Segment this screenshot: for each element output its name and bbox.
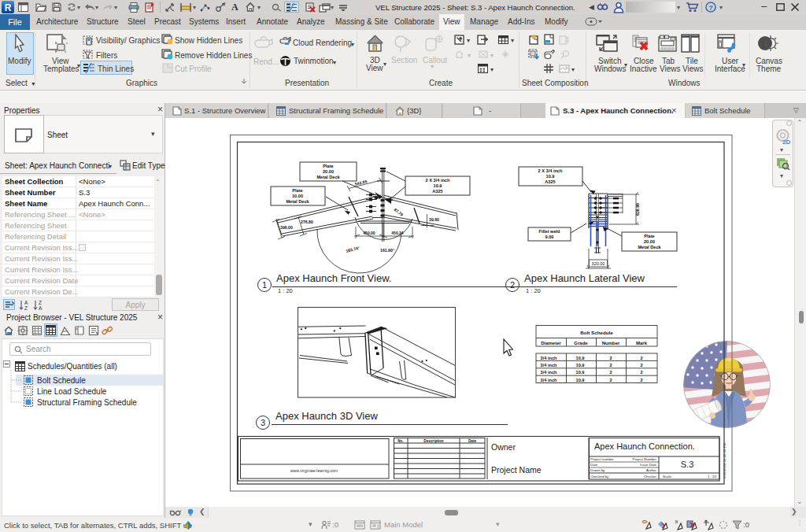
svg-text:2: 2 — [640, 378, 642, 382]
svg-text:1 : 20: 1 : 20 — [526, 287, 541, 294]
svg-text:87.79: 87.79 — [393, 207, 404, 217]
svg-text:3/4 inch: 3/4 inch — [541, 356, 557, 360]
svg-text:Checked by: Checked by — [590, 475, 609, 478]
svg-text:1 : 20: 1 : 20 — [708, 475, 717, 478]
svg-text:Description: Description — [423, 439, 443, 443]
svg-text:20.00: 20.00 — [644, 239, 655, 244]
svg-text:Issue Date: Issue Date — [640, 463, 657, 467]
svg-text:Mark: Mark — [636, 341, 648, 345]
svg-text:A325: A325 — [545, 179, 555, 184]
svg-text:A325: A325 — [432, 189, 442, 194]
svg-text:10.9: 10.9 — [576, 378, 585, 382]
svg-text:Apex Haunch Connection.: Apex Haunch Connection. — [594, 441, 695, 451]
svg-text:826.96: 826.96 — [635, 203, 640, 216]
svg-text:3/4 inch: 3/4 inch — [541, 378, 557, 382]
svg-text:www.virginiae-learnig.com: www.virginiae-learnig.com — [290, 468, 338, 473]
svg-text:1 : 20: 1 : 20 — [278, 287, 293, 294]
svg-text:2: 2 — [609, 378, 612, 382]
svg-text:10.9: 10.9 — [546, 174, 555, 179]
svg-text:Apex Haunch 3D View: Apex Haunch 3D View — [275, 410, 378, 422]
svg-text:2: 2 — [609, 363, 612, 368]
svg-text:10.00: 10.00 — [292, 194, 303, 198]
svg-text:2 X 3/4 inch: 2 X 3/4 inch — [426, 178, 450, 183]
svg-text:3/4 inch: 3/4 inch — [541, 363, 557, 368]
svg-text:3: 3 — [261, 418, 265, 427]
svg-text:20.00: 20.00 — [323, 169, 334, 174]
svg-text:Project Name: Project Name — [491, 465, 542, 475]
svg-text:2: 2 — [609, 370, 612, 375]
svg-text:Project number: Project number — [590, 457, 614, 461]
svg-text:Project Number: Project Number — [632, 457, 656, 461]
svg-text:2: 2 — [609, 356, 612, 360]
svg-text:320.00: 320.00 — [592, 261, 605, 266]
svg-text:2 X 3/4 inch: 2 X 3/4 inch — [538, 168, 563, 173]
svg-text:Apex Haunch Front View.: Apex Haunch Front View. — [276, 272, 391, 284]
svg-text:163.74°: 163.74° — [346, 246, 360, 253]
svg-text:Plate: Plate — [292, 188, 302, 193]
svg-text:2: 2 — [640, 363, 642, 368]
svg-text:10.9: 10.9 — [576, 356, 585, 360]
svg-text:Owner: Owner — [491, 442, 516, 452]
svg-text:Date: Date — [468, 439, 476, 443]
svg-text:2: 2 — [510, 280, 515, 290]
svg-text:Number: Number — [602, 341, 620, 345]
svg-text:Plate: Plate — [644, 234, 654, 238]
svg-text:450.34: 450.34 — [391, 231, 404, 235]
svg-text:10.9: 10.9 — [576, 363, 585, 368]
svg-text:6/10/2024 11:49:28 PM: 6/10/2024 11:49:28 PM — [723, 442, 727, 478]
svg-text:Metal Deck: Metal Deck — [316, 175, 340, 179]
svg-text:Scale: Scale — [663, 475, 672, 478]
svg-text:Plate: Plate — [323, 164, 333, 168]
svg-text:2D: 2D — [782, 139, 790, 146]
svg-text:Author: Author — [646, 468, 656, 472]
svg-text:?: ? — [708, 4, 713, 12]
svg-text:9.00: 9.00 — [545, 235, 554, 239]
svg-text:S.3: S.3 — [681, 460, 694, 469]
svg-text:161.90°: 161.90° — [380, 248, 394, 253]
svg-text:276.80: 276.80 — [301, 220, 313, 224]
svg-text:Metal Deck: Metal Deck — [286, 199, 309, 204]
svg-text:A: A — [39, 305, 43, 311]
svg-text:Fillet weld: Fillet weld — [538, 229, 560, 234]
svg-text:3/4 inch: 3/4 inch — [541, 370, 557, 375]
svg-text:2: 2 — [640, 356, 642, 360]
svg-text:2: 2 — [640, 370, 642, 375]
svg-text:Drawn by: Drawn by — [590, 468, 605, 472]
svg-text:1: 1 — [262, 280, 267, 290]
svg-text:10.9: 10.9 — [576, 370, 585, 375]
svg-text:Z: Z — [24, 305, 28, 311]
svg-text:39.60: 39.60 — [429, 217, 439, 222]
svg-text:Metal Deck: Metal Deck — [638, 245, 661, 249]
svg-text:10.9: 10.9 — [434, 183, 442, 188]
svg-text:Date: Date — [590, 463, 598, 467]
svg-text:No.: No. — [397, 439, 403, 443]
svg-text:R: R — [5, 2, 12, 13]
svg-text:Grade: Grade — [574, 341, 588, 345]
svg-text:Bolt Schedule: Bolt Schedule — [580, 330, 613, 335]
svg-text:Apex Haunch Lateral View: Apex Haunch Lateral View — [524, 272, 645, 284]
svg-text:Checker: Checker — [644, 475, 657, 478]
svg-text:Diameter: Diameter — [541, 341, 561, 345]
svg-text:396.00: 396.00 — [280, 225, 293, 230]
